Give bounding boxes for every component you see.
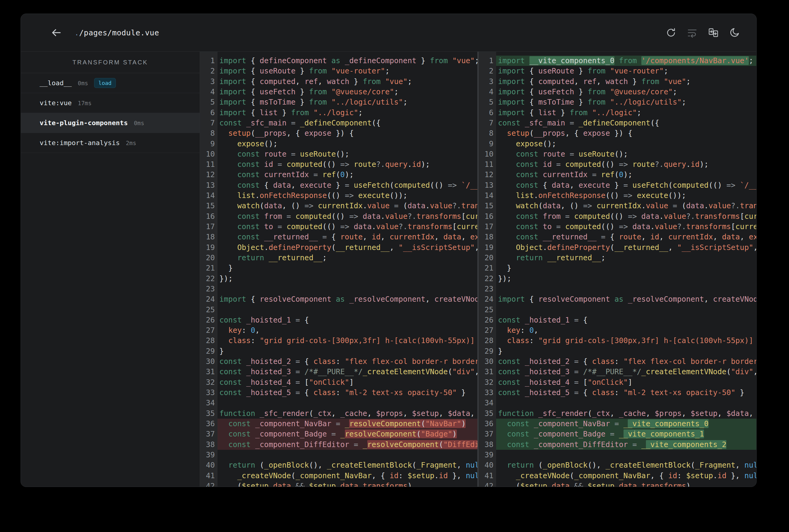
- line-number: 25: [200, 305, 218, 315]
- line-number: 14: [200, 190, 218, 201]
- load-badge: load: [94, 78, 115, 88]
- header-actions: [665, 26, 740, 39]
- line-number: 20: [479, 253, 496, 263]
- line-number: 7: [200, 118, 218, 128]
- code-line: import { list } from "../logic";: [218, 108, 477, 118]
- code-line: [218, 450, 477, 460]
- line-number: 17: [479, 222, 496, 232]
- line-number: 41: [200, 471, 218, 481]
- code-line: import { useFetch } from "@vueuse/core";: [218, 87, 477, 97]
- code-line: return __returned__;: [496, 253, 756, 263]
- line-number: 40: [200, 460, 218, 470]
- line-number: 18: [200, 232, 218, 242]
- line-number: 36: [479, 419, 496, 429]
- code-line: import { computed, ref, watch } from "vu…: [496, 76, 756, 87]
- line-number: 23: [479, 284, 496, 294]
- refresh-button[interactable]: [665, 26, 677, 39]
- transform-stack-item-__load__[interactable]: __load__0msload: [21, 73, 200, 93]
- line-number: 28: [200, 336, 218, 346]
- inspect-window: ./pages/module.vue: [21, 14, 757, 487]
- line-number: 31: [200, 367, 218, 377]
- header: ./pages/module.vue: [21, 14, 756, 52]
- line-number: 29: [200, 346, 218, 356]
- code-line: _createVNode(_component_NavBar, { id: $s…: [218, 471, 477, 481]
- transform-stack-item-vite:import-analysis[interactable]: vite:import-analysis2ms: [21, 133, 200, 153]
- line-number: 3: [200, 76, 218, 87]
- code-line: const to = computed(() => data.value?.tr…: [218, 222, 477, 232]
- line-number: 23: [200, 284, 218, 294]
- line-number-gutter: 1234567891011121314151617181920212223242…: [200, 52, 218, 487]
- code-line: const _sfc_main = _defineComponent({: [218, 118, 477, 128]
- code-line: Object.defineProperty(__returned__, "__i…: [496, 243, 756, 253]
- line-number: 13: [479, 180, 496, 190]
- code-line: const _hoisted_2 = { class: "flex flex-c…: [218, 356, 477, 367]
- code-line: const _hoisted_1 = {: [496, 315, 756, 325]
- line-number: 34: [479, 398, 496, 408]
- line-number: 10: [200, 149, 218, 159]
- code-line: const _component_DiffEditor = __vite_com…: [496, 439, 756, 450]
- code-line: const _hoisted_2 = { class: "flex flex-c…: [496, 356, 756, 367]
- code-line: });: [218, 273, 477, 284]
- dark-mode-button[interactable]: [729, 26, 740, 39]
- refresh-icon: [665, 27, 677, 38]
- diff-pane-before[interactable]: 1234567891011121314151617181920212223242…: [200, 52, 477, 487]
- line-number: 32: [479, 377, 496, 387]
- diff-panels-icon: [708, 27, 719, 38]
- code-line: import { useRoute } from "vue-router";: [218, 66, 477, 76]
- line-number: 39: [479, 450, 496, 460]
- code-line: import { computed, ref, watch } from "vu…: [218, 76, 477, 87]
- code-line: const _component_DiffEditor = _resolveCo…: [218, 439, 477, 450]
- transform-stack-item-vite-plugin-components[interactable]: vite-plugin-components0ms: [21, 113, 200, 133]
- code-line: const _hoisted_5 = { class: "ml-2 text-x…: [496, 387, 756, 398]
- line-number: 31: [479, 367, 496, 377]
- line-number: 9: [200, 139, 218, 149]
- code-line: [218, 398, 477, 408]
- plugin-name: vite:import-analysis: [40, 139, 120, 147]
- main-area: TRANSFORM STACK __load__0msloadvite:vue1…: [21, 52, 756, 487]
- line-number: 8: [479, 128, 496, 138]
- line-number: 3: [479, 76, 496, 87]
- line-number: 6: [479, 108, 496, 118]
- code-line: const _component_NavBar = _resolveCompon…: [218, 419, 477, 429]
- line-number: 2: [479, 66, 496, 76]
- code-line: watch(data, () => currentIdx.value = (da…: [496, 201, 756, 211]
- line-wrap-button[interactable]: [686, 26, 698, 39]
- code-line: [496, 305, 756, 315]
- code-line: const { data, execute } = useFetch(compu…: [218, 180, 477, 190]
- code-line: _createVNode(_component_NavBar, { id: $s…: [496, 471, 756, 481]
- line-number: 35: [479, 408, 496, 419]
- diff-pane-after[interactable]: 1234567891011121314151617181920212223242…: [479, 52, 756, 487]
- moon-icon: [729, 27, 740, 38]
- line-number: 37: [200, 429, 218, 439]
- line-number: 24: [479, 294, 496, 304]
- line-number: 33: [479, 387, 496, 398]
- code-line: import { defineComponent as _defineCompo…: [218, 56, 477, 66]
- line-number: 33: [200, 387, 218, 398]
- code-line: const to = computed(() => data.value?.tr…: [496, 222, 756, 232]
- line-number: 28: [479, 336, 496, 346]
- back-button[interactable]: [50, 26, 63, 39]
- code-line: ($setup.data && $setup.data.transforms): [496, 481, 756, 487]
- module-path: /pages/module.vue: [79, 28, 159, 37]
- line-number: 39: [200, 450, 218, 460]
- code-line: list.onFetchResponse(() => execute());: [496, 190, 756, 201]
- line-number: 19: [200, 243, 218, 253]
- line-number: 24: [200, 294, 218, 304]
- transform-stack-title: TRANSFORM STACK: [21, 52, 200, 73]
- diff-view-button[interactable]: [707, 26, 719, 39]
- line-number: 12: [479, 170, 496, 180]
- transform-stack-list: __load__0msloadvite:vue17msvite-plugin-c…: [21, 73, 200, 153]
- line-number: 7: [479, 118, 496, 128]
- line-number: 22: [200, 273, 218, 284]
- code-line: key: 0,: [218, 325, 477, 336]
- plugin-time: 0ms: [134, 120, 144, 126]
- code-line: import { msToTime } from "../logic/utils…: [218, 97, 477, 107]
- code-line: setup(__props, { expose }) {: [218, 128, 477, 138]
- code-line: const _hoisted_4 = ["onClick"]: [496, 377, 756, 387]
- code-line: import { msToTime } from "../logic/utils…: [496, 97, 756, 107]
- transform-stack-item-vite:vue[interactable]: vite:vue17ms: [21, 93, 200, 113]
- line-number: 38: [479, 439, 496, 450]
- code-line: class: "grid grid-cols-[300px,3fr] h-[ca…: [496, 336, 756, 346]
- line-number: 40: [479, 460, 496, 470]
- diff-panes: 1234567891011121314151617181920212223242…: [200, 52, 756, 487]
